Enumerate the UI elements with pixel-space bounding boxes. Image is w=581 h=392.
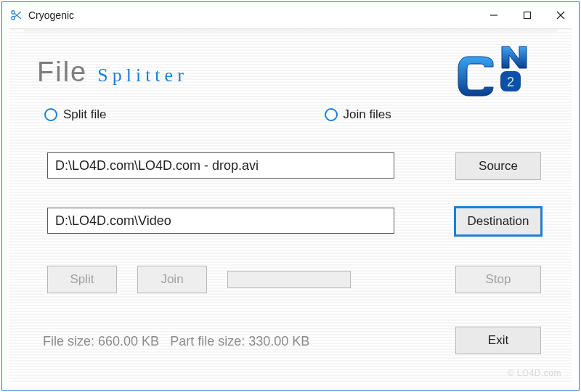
destination-button[interactable]: Destination	[455, 208, 541, 235]
titlebar: Cryogenic	[2, 2, 579, 28]
minimize-button[interactable]	[477, 4, 511, 26]
split-file-radio-label: Split file	[63, 107, 107, 122]
file-size-label: File size:	[43, 334, 94, 348]
app-logo-icon: 2	[457, 42, 537, 100]
source-path-input[interactable]: D:\LO4D.com\LO4D.com - drop.avi	[47, 152, 394, 179]
source-button[interactable]: Source	[455, 152, 541, 180]
part-size-label: Part file size:	[170, 334, 245, 348]
svg-rect-5	[524, 12, 531, 19]
mode-radios: Split file Join files	[44, 107, 391, 122]
exit-button-label: Exit	[488, 333, 508, 348]
split-file-radio[interactable]: Split file	[44, 107, 107, 122]
status-text: File size: 660.00 KB Part file size: 330…	[43, 334, 309, 349]
stop-button[interactable]: Stop	[455, 266, 541, 293]
close-button[interactable]	[544, 4, 577, 26]
scissors-icon	[9, 9, 23, 22]
join-button-label: Join	[161, 272, 183, 287]
split-button[interactable]: Split	[47, 266, 117, 293]
destination-button-label: Destination	[467, 214, 529, 229]
window-title: Cryogenic	[28, 9, 74, 21]
top-shadow	[24, 29, 557, 35]
source-row: D:\LO4D.com\LO4D.com - drop.avi	[47, 152, 394, 179]
source-button-label: Source	[479, 159, 518, 173]
maximize-button[interactable]	[511, 4, 544, 26]
exit-button[interactable]: Exit	[455, 327, 541, 354]
destination-row: D:\LO4D.com\Video	[47, 208, 394, 234]
join-files-radio-label: Join files	[344, 107, 391, 122]
action-row: Split Join	[47, 266, 351, 293]
destination-path-input[interactable]: D:\LO4D.com\Video	[47, 208, 394, 234]
app-heading: File Splitter	[37, 57, 188, 88]
radio-circle-icon	[44, 108, 57, 121]
heading-word-splitter: Splitter	[97, 65, 188, 86]
stop-button-label: Stop	[486, 272, 511, 287]
heading-word-file: File	[37, 57, 87, 88]
svg-text:2: 2	[507, 75, 514, 89]
join-button[interactable]: Join	[137, 266, 207, 293]
radio-circle-icon	[325, 108, 338, 121]
progress-bar	[227, 271, 351, 288]
part-size-value: 330.00 KB	[248, 334, 309, 348]
app-window: Cryogenic File Splitter	[1, 1, 580, 391]
join-files-radio[interactable]: Join files	[325, 107, 391, 122]
file-size-value: 660.00 KB	[98, 334, 159, 348]
client-area: File Splitter	[9, 28, 572, 383]
split-button-label: Split	[70, 272, 94, 287]
watermark-text: © LO4D.com	[507, 368, 561, 378]
